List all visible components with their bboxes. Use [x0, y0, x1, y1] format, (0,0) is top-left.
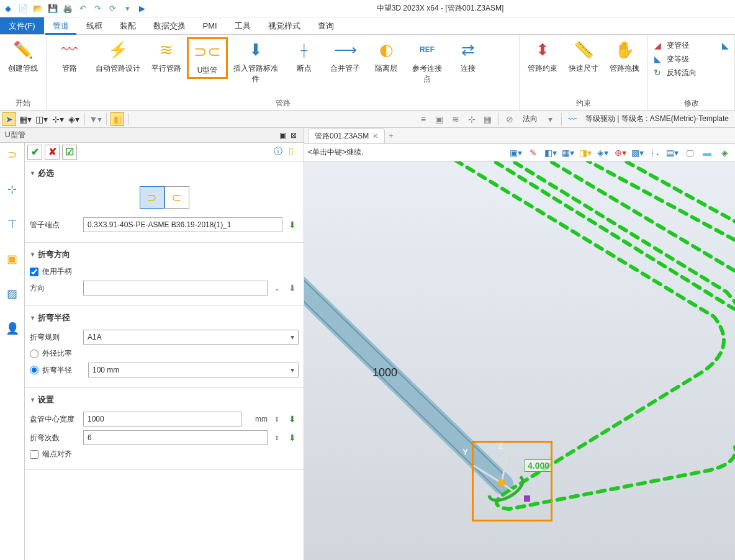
pick-icon[interactable]: ⬇	[286, 431, 299, 444]
cursor-icon[interactable]: ➤	[2, 112, 16, 126]
direction-field[interactable]	[83, 281, 268, 296]
vt3-icon[interactable]: ◧▾	[544, 146, 557, 160]
vt4-icon[interactable]: ▦▾	[561, 146, 575, 160]
section-header[interactable]: 设置	[30, 392, 299, 408]
tab-add-icon[interactable]: ＋	[385, 130, 397, 141]
ribbon-create-pipeline[interactable]: ✏️ 创建管线	[2, 37, 43, 75]
radius-combo[interactable]: 100 mm▾	[88, 363, 299, 377]
ribbon-break[interactable]: ⟊断点	[284, 37, 325, 75]
dropdown-icon[interactable]: ▾	[122, 3, 133, 14]
new-icon[interactable]: 📄	[17, 3, 29, 14]
document-tab[interactable]: 管路001.Z3ASM ✕	[308, 129, 385, 143]
close-icon[interactable]: ⊠	[289, 130, 299, 140]
ribbon-change-class[interactable]: ◣变等级	[652, 53, 731, 65]
vt9-icon[interactable]: ⟊▾	[648, 146, 662, 160]
u-shape-icon[interactable]: ⊃	[4, 147, 20, 163]
undo-icon[interactable]: ↶	[77, 3, 88, 14]
ribbon-reverse-flow[interactable]: ↻反转流向	[652, 67, 731, 78]
vt13-icon[interactable]: ◈	[718, 146, 731, 160]
menu-tab-visual[interactable]: 视觉样式	[259, 17, 309, 34]
spin-icon[interactable]: ⇕	[271, 416, 282, 423]
bend-count-field[interactable]: 6	[83, 430, 268, 445]
section-header[interactable]: 折弯半径	[30, 310, 299, 326]
vt5-icon[interactable]: ◨▾	[579, 146, 592, 160]
filter2-icon[interactable]: ◫▾	[35, 112, 48, 126]
extra-icon[interactable]: ◣	[719, 40, 731, 51]
radius-row[interactable]: 折弯半径 100 mm▾	[30, 363, 299, 377]
menu-file[interactable]: 文件(F)	[0, 17, 44, 34]
pick-icon[interactable]: ⬇	[286, 219, 299, 231]
cube-icon[interactable]: ◧	[110, 112, 124, 126]
use-handle-row[interactable]: 使用手柄	[30, 266, 299, 277]
rule-combo[interactable]: A1A▾	[83, 330, 299, 345]
tree-icon[interactable]: ⊹	[4, 181, 20, 197]
play-icon[interactable]: ▶	[137, 3, 148, 14]
filter1-icon[interactable]: ▦▾	[19, 112, 32, 126]
image-icon[interactable]: ▨	[4, 286, 20, 302]
section-header[interactable]: 折弯方向	[30, 246, 299, 263]
vt1-icon[interactable]: ▣▾	[509, 146, 523, 160]
menu-tab-pipe[interactable]: 管道	[44, 17, 78, 34]
ribbon-insert-std[interactable]: ⬇插入管路标准件	[228, 37, 284, 86]
cancel-button[interactable]: ✘	[45, 145, 60, 160]
align-row[interactable]: 端点对齐	[30, 449, 299, 459]
t2-icon[interactable]: ▣	[433, 112, 446, 126]
info-icon[interactable]: ⓘ	[274, 146, 286, 158]
ribbon-connect[interactable]: ⇄连接	[448, 37, 489, 75]
snap-icon[interactable]: ⊹▾	[51, 112, 65, 126]
ribbon-ref-point[interactable]: REF参考连接点	[407, 37, 448, 86]
redo-icon[interactable]: ↷	[92, 3, 103, 14]
box-icon[interactable]: ▣	[4, 251, 20, 267]
vt7-icon[interactable]: ⊕▾	[613, 146, 627, 160]
t6-icon[interactable]: ⊘	[503, 112, 516, 126]
ribbon-isolate[interactable]: ◐隔离层	[366, 37, 407, 75]
open-icon[interactable]: 📂	[32, 3, 43, 14]
print-icon[interactable]: 🖨️	[62, 3, 73, 14]
ribbon-constraint[interactable]: ⬍管路约束	[522, 37, 563, 75]
hierarchy-icon[interactable]: ⊤	[4, 216, 20, 232]
ribbon-dimension[interactable]: 📏快速尺寸	[563, 37, 604, 75]
ratio-radio[interactable]	[30, 350, 38, 358]
ribbon-drag[interactable]: ✋管路拖拽	[604, 37, 645, 75]
tab-close-icon[interactable]: ✕	[372, 132, 378, 140]
section-header[interactable]: 必选	[30, 165, 299, 181]
user-icon[interactable]: 👤	[4, 320, 20, 336]
radius-radio[interactable]	[30, 366, 38, 374]
app-icon[interactable]: ◆	[2, 3, 14, 14]
use-handle-checkbox[interactable]	[30, 268, 38, 276]
vt12-icon[interactable]: ▬	[700, 146, 714, 160]
opt-u-open[interactable]: ⊂	[165, 186, 189, 209]
ribbon-auto-route[interactable]: ⚡自动管路设计	[90, 37, 146, 75]
ribbon-route[interactable]: 〰管路	[49, 37, 90, 75]
center-width-field[interactable]: 1000	[83, 412, 241, 427]
help-icon[interactable]: ▯	[289, 146, 301, 158]
menu-tab-tools[interactable]: 工具	[226, 17, 259, 34]
save-icon[interactable]: 💾	[47, 3, 58, 14]
ribbon-u-tube[interactable]: ⊃⊂U型管	[187, 37, 228, 79]
vt10-icon[interactable]: ▤▾	[665, 146, 679, 160]
opt-u-closed[interactable]: ⊃	[140, 186, 165, 209]
t4-icon[interactable]: ⊹	[465, 112, 479, 126]
apply-button[interactable]: ☑	[62, 145, 77, 160]
spin-icon[interactable]: ⇕	[271, 435, 282, 441]
pick-icon[interactable]: ⬇	[286, 413, 299, 425]
ratio-row[interactable]: 外径比率	[30, 348, 299, 359]
endpoint-field[interactable]: 0.3X3.91-40S-PE-ASME B36.19-2018(1)_1	[83, 217, 282, 232]
t5-icon[interactable]: ▦	[481, 112, 495, 126]
vt11-icon[interactable]: ▢	[683, 146, 697, 160]
vt2-icon[interactable]: ✎	[526, 146, 540, 160]
ribbon-merge[interactable]: ⟶合并管子	[325, 37, 366, 75]
menu-tab-wireframe[interactable]: 线框	[78, 17, 111, 34]
ribbon-parallel[interactable]: ≋平行管路	[146, 37, 187, 75]
vt6-icon[interactable]: ◈▾	[596, 146, 610, 160]
t1-icon[interactable]: ≡	[417, 112, 430, 126]
ribbon-change-diameter[interactable]: ◢变管径◣	[652, 40, 731, 51]
drop-icon[interactable]: ⌄	[271, 285, 282, 292]
align-checkbox[interactable]	[30, 450, 38, 459]
layer-icon[interactable]: ◈▾	[67, 112, 81, 126]
menu-tab-pmi[interactable]: PMI	[194, 17, 226, 34]
viewport-canvas[interactable]: 1000 4.000 Y Z	[304, 161, 735, 560]
menu-tab-query[interactable]: 查询	[309, 17, 343, 34]
pick-icon[interactable]: ⬇	[286, 282, 299, 294]
ok-button[interactable]: ✔	[27, 145, 42, 160]
